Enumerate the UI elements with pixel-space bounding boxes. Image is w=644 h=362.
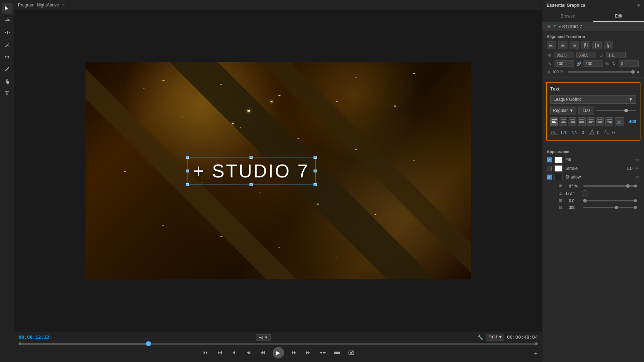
svg-rect-28 (552, 119, 557, 120)
font-size-slider[interactable] (596, 110, 636, 111)
export-frame-btn[interactable] (347, 348, 356, 357)
pen-tool[interactable] (2, 64, 13, 74)
justify-left-btn[interactable] (587, 117, 595, 126)
handle-mr[interactable] (313, 170, 316, 172)
shadow-distance-thumb[interactable] (583, 199, 587, 202)
shadow-angle-value[interactable]: 172 ° (565, 191, 579, 195)
text-tool[interactable]: T (2, 88, 13, 99)
justify-center-btn[interactable] (596, 117, 604, 126)
fill-edit-icon[interactable]: ✏ (635, 157, 640, 163)
tab-edit[interactable]: Edit (593, 11, 644, 22)
stroke-checkbox[interactable] (547, 166, 552, 171)
handle-bl[interactable] (186, 183, 189, 186)
position-x-input[interactable]: 951.5 (555, 52, 574, 58)
shadow-edit-icon[interactable]: ✏ (635, 174, 640, 180)
slip-tool[interactable] (2, 52, 13, 62)
stroke-color-swatch[interactable] (555, 165, 562, 172)
align-left-btn[interactable] (547, 41, 556, 49)
fill-checkbox[interactable] (547, 157, 552, 162)
opacity-slider[interactable] (568, 71, 635, 73)
tracking-value[interactable]: 400 (625, 119, 636, 124)
razor-tool[interactable] (2, 39, 13, 50)
angle-label-icon: ∠ (559, 191, 562, 196)
layer-visibility-icon[interactable]: 👁 (547, 24, 551, 29)
align-bottom-btn[interactable] (604, 41, 613, 49)
text-content[interactable]: + STUDIO 7 (193, 160, 309, 182)
mark-out-btn[interactable] (215, 348, 224, 357)
svg-rect-30 (552, 122, 556, 123)
justify-text-btn[interactable] (578, 117, 586, 126)
shadow-opacity-thumb[interactable] (626, 184, 630, 188)
svg-rect-37 (579, 119, 584, 120)
overwrite-btn[interactable] (333, 348, 341, 357)
go-to-out-btn[interactable] (304, 348, 313, 357)
ripple-tool[interactable] (2, 27, 13, 38)
mark-in-clip-btn[interactable] (230, 348, 238, 357)
monitor-menu-icon[interactable]: ≡ (62, 2, 65, 8)
add-button[interactable]: + (534, 350, 538, 358)
shadow-opacity-slider[interactable] (583, 185, 635, 187)
shadow-size-thumb[interactable] (615, 206, 618, 209)
layer-item[interactable]: 👁 T + STUDIO 7 (542, 22, 644, 31)
font-family-dropdown[interactable]: League Gothic ▼ (550, 95, 636, 104)
tab-browse[interactable]: Browse (542, 11, 593, 22)
play-btn[interactable]: ▶ (273, 347, 284, 358)
kerning-pairs-value[interactable]: 0 (582, 130, 584, 135)
anchor-x-input[interactable]: 1.1, (606, 52, 626, 58)
settings-icon[interactable]: 🔧 (477, 334, 483, 340)
angle-dial-icon[interactable]: ○ (582, 190, 587, 196)
step-fwd-btn[interactable] (290, 348, 298, 357)
svg-text:AV: AV (616, 120, 621, 124)
align-center-h-btn[interactable] (558, 41, 567, 49)
font-size-input[interactable]: 100 (578, 107, 594, 114)
align-center-v-btn[interactable] (592, 41, 602, 49)
align-right-btn[interactable] (570, 41, 579, 49)
svg-rect-13 (561, 44, 565, 44)
justify-right-btn[interactable] (605, 117, 613, 126)
insert-btn[interactable] (318, 348, 327, 357)
rotation-input[interactable]: 0 (619, 60, 639, 67)
panel-menu-icon[interactable]: ≡ (637, 3, 640, 8)
shadow-color-swatch[interactable] (555, 174, 562, 180)
handle-tl[interactable] (186, 156, 189, 159)
scale-x-input[interactable]: 100 (555, 60, 574, 67)
text-overlay[interactable]: + STUDIO 7 (187, 157, 316, 185)
scale-y-input[interactable]: 100 (584, 60, 603, 67)
stroke-edit-icon[interactable]: ✏ (635, 166, 640, 171)
select-tool[interactable] (2, 3, 13, 14)
align-right-text-btn[interactable] (569, 117, 576, 126)
svg-rect-18 (573, 47, 576, 47)
align-top-btn[interactable] (581, 41, 590, 49)
hand-tool[interactable] (2, 76, 13, 87)
step-back-btn[interactable] (258, 348, 267, 357)
align-center-text-btn[interactable] (560, 117, 567, 126)
full-dropdown[interactable]: Full ▼ (486, 334, 504, 341)
handle-ml[interactable] (186, 170, 189, 172)
handle-br[interactable] (313, 183, 316, 186)
handle-tm[interactable] (250, 156, 253, 159)
stroke-value: 1.0 (626, 166, 633, 171)
timecode-current[interactable]: 00:00:12:12 (19, 334, 49, 340)
handle-bm[interactable] (250, 183, 253, 186)
shadow-checkbox[interactable] (547, 175, 552, 180)
handle-tr[interactable] (313, 156, 316, 159)
tsf-value[interactable]: 0 (612, 130, 615, 135)
shadow-size-slider[interactable] (583, 207, 635, 208)
playback-buttons: ▶ (14, 346, 542, 361)
font-size-thumb[interactable] (624, 109, 628, 112)
fill-color-swatch[interactable] (555, 157, 562, 163)
timeline-track[interactable] (19, 343, 538, 345)
position-y-input[interactable]: 558.5 (576, 52, 596, 58)
baseline-value[interactable]: 0 (597, 130, 600, 135)
mark-in-btn[interactable] (201, 348, 210, 357)
font-style-dropdown[interactable]: Regular ▼ (550, 107, 576, 114)
text-section: Text League Gothic ▼ Regular ▼ 100 (546, 82, 640, 141)
svg-rect-21 (587, 43, 587, 47)
go-to-in-btn[interactable] (244, 348, 253, 357)
opacity-thumb[interactable] (631, 70, 635, 74)
align-left-text-btn[interactable] (550, 117, 558, 126)
kerning-value[interactable]: 170 (560, 130, 567, 135)
fit-dropdown[interactable]: Fit ▼ (256, 334, 270, 341)
shadow-distance-slider[interactable] (583, 200, 635, 201)
track-select-tool[interactable] (2, 15, 13, 26)
